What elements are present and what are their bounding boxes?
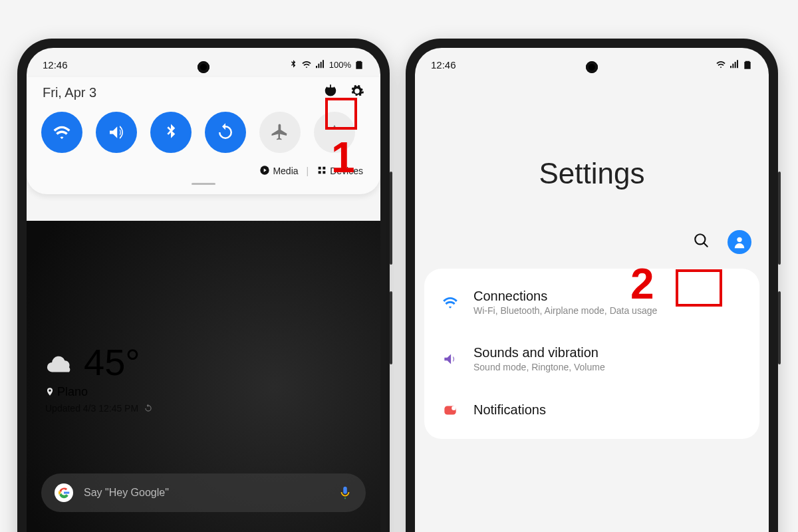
bluetooth-icon — [288, 59, 299, 70]
battery-icon — [742, 59, 753, 70]
google-logo-icon — [55, 483, 73, 502]
google-search-bar[interactable]: Say "Hey Google" — [41, 473, 366, 512]
page-title: Settings — [415, 157, 769, 190]
pin-icon — [45, 387, 55, 396]
account-avatar[interactable] — [728, 230, 751, 254]
panel-date: Fri, Apr 3 — [43, 85, 96, 100]
status-icons: 100% — [288, 59, 364, 70]
row-title: Connections — [473, 289, 657, 304]
quick-settings-row — [40, 106, 367, 158]
weather-updated: Updated 4/3 12:45 PM — [45, 403, 138, 414]
panel-bottom-row: Media | Devices — [40, 158, 367, 179]
status-icons — [716, 59, 753, 70]
annotation-number-2: 2 — [630, 259, 654, 309]
search-icon[interactable] — [693, 232, 710, 252]
clock: 12:46 — [43, 59, 68, 70]
quick-settings-panel: Fri, Apr 3 — [27, 77, 380, 194]
row-subtitle: Wi-Fi, Bluetooth, Airplane mode, Data us… — [473, 305, 657, 316]
signal-icon — [315, 59, 325, 70]
row-title: Notifications — [473, 402, 546, 418]
weather-temp-value: 45° — [84, 340, 140, 384]
annotation-number-1: 1 — [331, 133, 355, 182]
settings-actions — [415, 190, 769, 263]
row-subtitle: Sound mode, Ringtone, Volume — [473, 362, 605, 372]
wifi-icon — [440, 294, 460, 311]
qs-sound[interactable] — [96, 112, 137, 153]
qs-wifi[interactable] — [41, 112, 82, 153]
media-button[interactable]: Media — [259, 165, 298, 176]
annotation-box-1 — [325, 98, 357, 130]
annotation-box-2 — [676, 269, 722, 307]
row-title: Sounds and vibration — [473, 345, 605, 360]
qs-bluetooth[interactable] — [150, 112, 192, 153]
phone-frame-right: 12:46 Settings — [406, 39, 778, 532]
cloud-icon — [45, 352, 76, 372]
settings-row-sounds[interactable]: Sounds and vibration Sound mode, Rington… — [424, 331, 759, 387]
refresh-icon — [144, 404, 153, 413]
battery-text: 100% — [329, 60, 351, 70]
gsearch-hint: Say "Hey Google" — [84, 487, 327, 499]
mic-icon[interactable] — [338, 485, 352, 500]
wifi-icon — [301, 59, 312, 70]
drag-handle[interactable] — [192, 183, 215, 185]
notification-icon — [440, 402, 460, 419]
camera-cutout — [198, 61, 209, 73]
wifi-icon — [716, 59, 726, 70]
separator: | — [307, 166, 309, 176]
settings-row-notifications[interactable]: Notifications — [424, 387, 759, 434]
svg-point-2 — [737, 237, 741, 242]
weather-widget[interactable]: 45° Plano Updated 4/3 12:45 PM — [45, 340, 153, 414]
svg-point-4 — [452, 406, 456, 411]
weather-location: Plano — [57, 385, 88, 398]
qs-airplane[interactable] — [259, 112, 301, 153]
camera-cutout — [586, 61, 598, 73]
speaker-icon — [440, 350, 460, 368]
battery-icon — [354, 59, 364, 70]
signal-icon — [729, 59, 739, 70]
qs-rotate[interactable] — [205, 112, 246, 153]
clock: 12:46 — [431, 59, 456, 70]
